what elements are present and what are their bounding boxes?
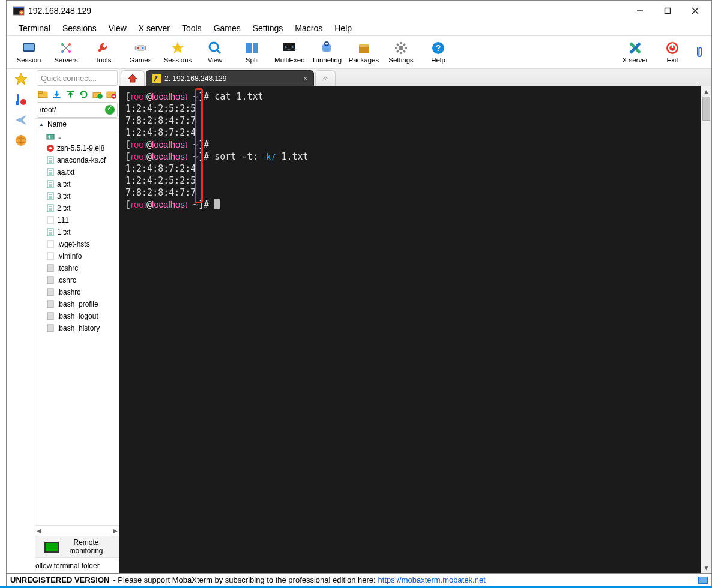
remote-monitoring-button[interactable]: Remote monitoring xyxy=(35,536,119,557)
new-folder-icon[interactable]: + xyxy=(92,89,103,100)
minimize-button[interactable] xyxy=(626,2,654,20)
file-tree[interactable]: ..zsh-5.5.1-9.el8anaconda-ks.cfaa.txta.t… xyxy=(35,130,119,525)
scroll-thumb[interactable] xyxy=(702,97,710,121)
svg-rect-29 xyxy=(359,44,369,47)
servers-icon xyxy=(59,41,73,55)
menu-view[interactable]: View xyxy=(104,22,131,34)
menu-terminal[interactable]: Terminal xyxy=(14,22,55,34)
follow-terminal-checkbox[interactable]: ollow terminal folder xyxy=(35,557,119,573)
menu-sessions[interactable]: Sessions xyxy=(58,22,101,34)
titlebar[interactable]: 192.168.248.129 xyxy=(7,1,711,21)
toolbar: SessionServersToolsGamesSessionsViewSpli… xyxy=(7,35,711,69)
menu-settings[interactable]: Settings xyxy=(248,22,288,34)
tree-node[interactable]: .cshrc xyxy=(35,274,119,286)
tree-node[interactable]: .viminfo xyxy=(35,250,119,262)
svg-line-37 xyxy=(397,50,399,52)
highlight-box xyxy=(195,88,203,203)
file-icon xyxy=(46,300,55,308)
tree-node[interactable]: a.txt xyxy=(35,178,119,190)
folder-icon[interactable] xyxy=(38,89,48,100)
terminal[interactable]: [root@localhost ~]# cat 1.txt 1:2:4:2:5:… xyxy=(119,86,701,573)
tree-node[interactable]: 111 xyxy=(35,214,119,226)
tree-node[interactable]: .bash_profile xyxy=(35,298,119,310)
maximize-button[interactable] xyxy=(654,2,681,20)
toolbar-x-server[interactable]: X server xyxy=(617,37,654,68)
file-icon xyxy=(46,324,55,332)
toolbar-session[interactable]: Session xyxy=(10,37,47,68)
tree-node[interactable]: 2.txt xyxy=(35,202,119,214)
tree-hscroll[interactable]: ◀▶ xyxy=(35,525,119,536)
file-icon xyxy=(46,264,55,272)
tree-node[interactable]: .bash_logout xyxy=(35,310,119,322)
svg-rect-65 xyxy=(47,134,54,139)
tree-node[interactable]: .bash_history xyxy=(35,322,119,334)
svg-rect-9 xyxy=(24,44,34,50)
tree-header[interactable]: ▲Name xyxy=(35,118,119,130)
tree-node[interactable]: .bashrc xyxy=(35,286,119,298)
help-icon: ? xyxy=(431,41,445,55)
svg-point-49 xyxy=(20,99,26,105)
menu-tools[interactable]: Tools xyxy=(177,22,207,34)
tree-node[interactable]: 3.txt xyxy=(35,190,119,202)
tab-close-icon[interactable]: × xyxy=(303,74,307,83)
svg-rect-94 xyxy=(47,241,53,248)
toolbar-view[interactable]: View xyxy=(196,37,234,68)
toolbar-sessions[interactable]: Sessions xyxy=(159,37,196,68)
app-icon xyxy=(13,5,25,17)
toolbar-settings[interactable]: Settings xyxy=(382,37,420,68)
download-icon[interactable] xyxy=(52,89,62,100)
menu-help[interactable]: Help xyxy=(330,22,357,34)
path-text: /root/ xyxy=(40,106,56,114)
file-icon xyxy=(46,276,55,284)
toolbar-multiexec[interactable]: >_ >_MultiExec xyxy=(271,37,308,68)
refresh-icon[interactable] xyxy=(79,89,89,100)
tree-node[interactable]: zsh-5.5.1-9.el8 xyxy=(35,142,119,154)
settings-icon xyxy=(394,41,408,55)
toolbar-split[interactable]: Split xyxy=(234,37,271,68)
scroll-up-icon[interactable]: ▲ xyxy=(701,86,711,97)
toolbar-tools[interactable]: Tools xyxy=(85,37,122,68)
close-button[interactable] xyxy=(681,2,709,20)
tree-node[interactable]: .wget-hsts xyxy=(35,238,119,250)
quick-connect-input[interactable]: Quick connect... xyxy=(37,70,118,86)
star-icon[interactable] xyxy=(14,73,28,86)
toolbar-servers[interactable]: Servers xyxy=(47,37,85,68)
tree-node[interactable]: aa.txt xyxy=(35,166,119,178)
terminal-scrollbar[interactable]: ▲ ▼ xyxy=(701,86,711,573)
tab-label: 2. 192.168.248.129 xyxy=(164,74,226,83)
path-ok-icon xyxy=(105,105,115,115)
svg-rect-5 xyxy=(665,8,671,14)
send-icon[interactable] xyxy=(14,113,28,127)
status-link[interactable]: https://mobaxterm.mobatek.net xyxy=(378,575,486,584)
tree-node[interactable]: .. xyxy=(35,130,119,142)
globe-icon[interactable] xyxy=(14,134,28,147)
tab-active[interactable]: 2. 192.168.248.129 × xyxy=(146,70,314,86)
toolbar-games[interactable]: Games xyxy=(122,37,159,68)
tab-home[interactable] xyxy=(121,70,145,86)
file-icon xyxy=(46,312,55,320)
svg-rect-95 xyxy=(47,253,53,260)
path-input[interactable]: /root/ xyxy=(37,102,118,118)
status-monitor-icon xyxy=(698,577,708,584)
svg-point-68 xyxy=(49,147,52,149)
svg-point-20 xyxy=(210,43,218,51)
upload-icon[interactable] xyxy=(65,89,76,100)
attach-icon[interactable] xyxy=(691,40,708,64)
svg-rect-22 xyxy=(246,43,252,53)
toolbar-help[interactable]: ?Help xyxy=(420,37,457,68)
svg-marker-19 xyxy=(172,42,184,53)
svg-text:+: + xyxy=(99,94,101,99)
tree-node[interactable]: .tcshrc xyxy=(35,262,119,274)
delete-icon[interactable] xyxy=(106,89,116,100)
tool-icon[interactable] xyxy=(14,93,28,106)
toolbar-exit[interactable]: Exit xyxy=(654,37,691,68)
menu-macros[interactable]: Macros xyxy=(290,22,327,34)
menu-games[interactable]: Games xyxy=(209,22,246,34)
tree-node[interactable]: 1.txt xyxy=(35,226,119,238)
tree-node[interactable]: anaconda-ks.cf xyxy=(35,154,119,166)
toolbar-tunneling[interactable]: Tunneling xyxy=(308,37,345,68)
scroll-down-icon[interactable]: ▼ xyxy=(701,562,711,573)
tab-new[interactable]: ✧ xyxy=(315,70,336,86)
toolbar-packages[interactable]: Packages xyxy=(345,37,382,68)
menu-x-server[interactable]: X server xyxy=(134,22,175,34)
